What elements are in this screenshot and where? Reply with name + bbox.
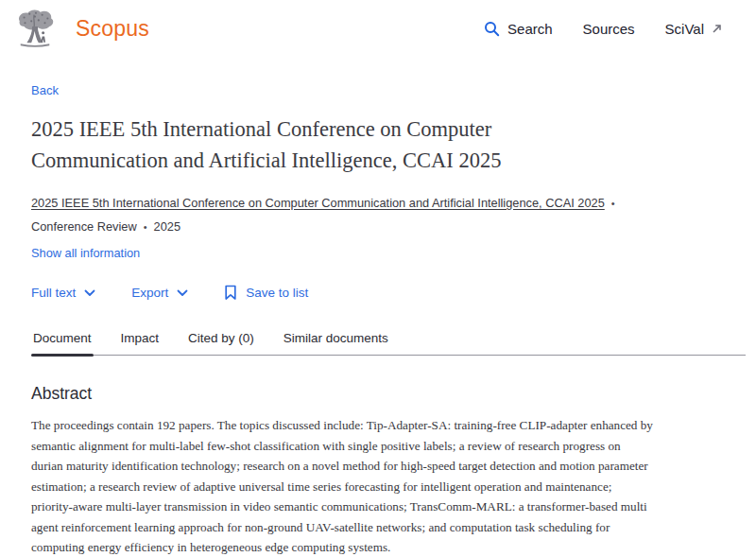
tab-document[interactable]: Document [31, 331, 94, 355]
scopus-wordmark[interactable]: Scopus [76, 16, 149, 42]
document-meta: 2025 IEEE 5th International Conference o… [31, 192, 650, 239]
back-link[interactable]: Back [31, 83, 59, 97]
show-all-information-link[interactable]: Show all information [31, 246, 140, 260]
save-to-list-label: Save to list [246, 286, 308, 300]
external-link-icon [712, 24, 722, 34]
meta-separator: • [611, 194, 615, 214]
full-text-label: Full text [31, 286, 76, 300]
source-title-link[interactable]: 2025 IEEE 5th International Conference o… [31, 196, 605, 210]
tab-cited-by[interactable]: Cited by (0) [186, 331, 256, 355]
tab-similar-documents[interactable]: Similar documents [282, 331, 390, 355]
chevron-down-icon [177, 289, 188, 297]
nav-search-label: Search [507, 21, 553, 37]
chevron-down-icon [84, 289, 95, 297]
abstract-text: The proceedings contain 192 papers. The … [31, 415, 655, 557]
export-dropdown[interactable]: Export [131, 286, 188, 300]
nav-scival[interactable]: SciVal [665, 21, 722, 37]
document-type: Conference Review [31, 219, 137, 234]
nav-scival-label: SciVal [665, 21, 704, 37]
document-page: Back 2025 IEEE 5th International Confere… [0, 55, 756, 557]
tab-impact[interactable]: Impact [119, 331, 162, 355]
bookmark-icon [224, 285, 237, 301]
document-tabs: Document Impact Cited by (0) Similar doc… [31, 331, 746, 356]
header-nav: Search Sources SciVal [484, 21, 722, 37]
nav-sources-label: Sources [583, 21, 635, 37]
document-actions: Full text Export Save to list [31, 285, 725, 301]
export-label: Export [131, 286, 168, 300]
full-text-dropdown[interactable]: Full text [31, 286, 95, 300]
meta-separator: • [144, 218, 147, 237]
brand: Scopus [13, 9, 149, 48]
nav-search[interactable]: Search [484, 21, 553, 37]
save-to-list-button[interactable]: Save to list [224, 285, 308, 301]
top-header: Scopus Search Sources SciVal [0, 0, 756, 55]
document-title: 2025 IEEE 5th International Conference o… [31, 113, 598, 176]
search-icon [484, 21, 500, 37]
publication-year: 2025 [154, 219, 180, 234]
elsevier-tree-logo-icon [13, 9, 57, 48]
nav-sources[interactable]: Sources [583, 21, 635, 37]
abstract-heading: Abstract [31, 384, 725, 404]
